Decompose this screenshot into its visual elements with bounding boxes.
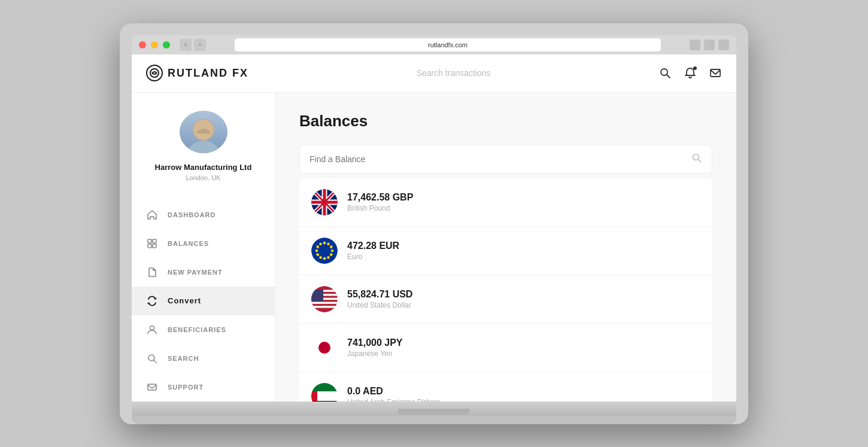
traffic-light-yellow[interactable] xyxy=(151,41,158,48)
find-balance-wrapper[interactable] xyxy=(299,145,712,174)
balance-amount: 741,000 JPY xyxy=(347,337,403,348)
svg-point-35 xyxy=(331,249,333,251)
balance-currency-name: Euro xyxy=(347,253,399,261)
sidebar-item-new-payment[interactable]: NEW PAYMENT xyxy=(132,258,275,287)
balance-item[interactable]: 55,824.71 USD United States Dollar xyxy=(299,275,712,324)
logo-icon xyxy=(146,65,163,81)
balance-info: 472.28 EUR Euro xyxy=(347,241,399,261)
laptop-bottom-bar xyxy=(132,416,736,424)
search-nav-icon xyxy=(146,352,158,364)
sidebar-item-support[interactable]: SUPPORT xyxy=(132,373,275,402)
laptop-notch xyxy=(398,409,470,415)
company-name: Harrow Manufacturing Ltd xyxy=(155,163,252,172)
svg-line-2 xyxy=(667,75,670,78)
svg-point-47 xyxy=(315,249,318,251)
balance-amount: 0.0 AED xyxy=(347,386,440,397)
avatar-image xyxy=(180,111,227,153)
flag-jpy xyxy=(311,335,338,361)
balance-currency-name: United States Dollar xyxy=(347,301,412,309)
laptop-wrapper: ‹ › rutlandfx.com xyxy=(120,23,748,424)
balance-info: 741,000 JPY Japanese Yen xyxy=(347,337,403,358)
svg-line-13 xyxy=(154,360,156,363)
svg-rect-7 xyxy=(148,239,151,243)
balances-label: BALANCES xyxy=(168,240,209,247)
balance-item[interactable]: 0.0 AED United Arab Emirates Dirham xyxy=(299,372,712,402)
balance-item[interactable]: 741,000 JPY Japanese Yen xyxy=(299,324,712,372)
logo: RUTLAND FX xyxy=(146,65,248,81)
balance-currency-name: United Arab Emirates Dirham xyxy=(347,398,440,402)
svg-point-31 xyxy=(327,242,329,245)
balance-info: 0.0 AED United Arab Emirates Dirham xyxy=(347,386,440,402)
flag-aed xyxy=(311,383,338,402)
home-icon xyxy=(146,209,158,221)
forward-button[interactable]: › xyxy=(194,39,206,51)
svg-point-4 xyxy=(186,141,221,153)
balance-currency-name: Japanese Yen xyxy=(347,349,403,358)
nav-menu: DASHBOARD xyxy=(132,200,275,402)
svg-rect-10 xyxy=(153,244,156,248)
logo-text: RUTLAND FX xyxy=(168,67,248,80)
back-button[interactable]: ‹ xyxy=(180,39,192,51)
svg-point-43 xyxy=(319,256,321,259)
search-label: SEARCH xyxy=(168,355,199,362)
page-title: Balances xyxy=(299,112,712,130)
search-icon[interactable] xyxy=(658,66,672,80)
flag-usd xyxy=(311,286,338,312)
balance-info: 55,824.71 USD United States Dollar xyxy=(347,289,412,309)
flag-eur xyxy=(311,238,338,264)
sidebar-item-dashboard[interactable]: DASHBOARD xyxy=(132,200,275,229)
sidebar-item-convert[interactable]: Convert xyxy=(132,287,275,315)
app-header: RUTLAND FX Search transactions xyxy=(132,54,736,93)
search-placeholder[interactable]: Search transactions xyxy=(417,68,491,78)
svg-point-1 xyxy=(661,69,667,75)
browser-titlebar: ‹ › rutlandfx.com xyxy=(132,35,736,54)
avatar xyxy=(180,111,227,153)
svg-point-39 xyxy=(327,256,329,259)
traffic-light-green[interactable] xyxy=(163,41,170,48)
header-actions xyxy=(658,66,722,80)
svg-point-51 xyxy=(319,242,321,245)
notification-icon[interactable] xyxy=(684,66,697,80)
find-balance-search-icon xyxy=(691,153,702,166)
browser-ctrl-1[interactable] xyxy=(690,39,700,50)
app-window: RUTLAND FX Search transactions xyxy=(132,54,736,402)
company-location: London, UK xyxy=(186,174,220,181)
browser-ctrl-2[interactable] xyxy=(704,39,715,50)
svg-line-16 xyxy=(699,159,702,162)
svg-point-0 xyxy=(150,69,159,77)
svg-rect-8 xyxy=(153,239,156,243)
balance-item[interactable]: 472.28 EUR Euro xyxy=(299,227,712,275)
nav-buttons: ‹ › xyxy=(180,39,206,51)
svg-rect-3 xyxy=(711,69,720,77)
sidebar: Harrow Manufacturing Ltd London, UK DASH… xyxy=(132,93,275,402)
balance-item[interactable]: 17,462.58 GBP British Pound xyxy=(299,178,712,227)
sidebar-item-balances[interactable]: BALANCES xyxy=(132,229,275,258)
app-body: Harrow Manufacturing Ltd London, UK DASH… xyxy=(132,93,736,402)
url-text: rutlandfx.com xyxy=(428,41,468,48)
flag-gbp xyxy=(311,189,338,215)
browser-controls xyxy=(690,39,729,50)
balance-info: 17,462.58 GBP British Pound xyxy=(347,192,413,212)
traffic-light-red[interactable] xyxy=(139,41,146,48)
sidebar-item-beneficiaries[interactable]: BENEFICIARIES xyxy=(132,315,275,344)
main-content: Balances xyxy=(275,93,736,402)
find-balance-input[interactable] xyxy=(309,154,691,164)
convert-label: Convert xyxy=(168,296,201,305)
svg-rect-14 xyxy=(148,384,156,390)
file-icon xyxy=(146,266,158,278)
browser-chrome: ‹ › rutlandfx.com xyxy=(132,35,736,402)
balance-amount: 472.28 EUR xyxy=(347,241,399,251)
balance-currency-name: British Pound xyxy=(347,204,413,212)
grid-icon xyxy=(146,238,158,250)
dashboard-label: DASHBOARD xyxy=(168,211,216,218)
support-label: SUPPORT xyxy=(168,384,204,391)
mail-icon[interactable] xyxy=(709,66,722,80)
svg-rect-9 xyxy=(148,244,151,248)
sidebar-item-search[interactable]: SEARCH xyxy=(132,344,275,373)
balance-amount: 17,462.58 GBP xyxy=(347,192,413,203)
browser-ctrl-3[interactable] xyxy=(718,39,729,50)
address-bar[interactable]: rutlandfx.com xyxy=(235,38,661,51)
new-payment-label: NEW PAYMENT xyxy=(168,269,223,276)
search-input-wrapper: Search transactions xyxy=(417,68,491,78)
svg-point-61 xyxy=(318,342,330,354)
